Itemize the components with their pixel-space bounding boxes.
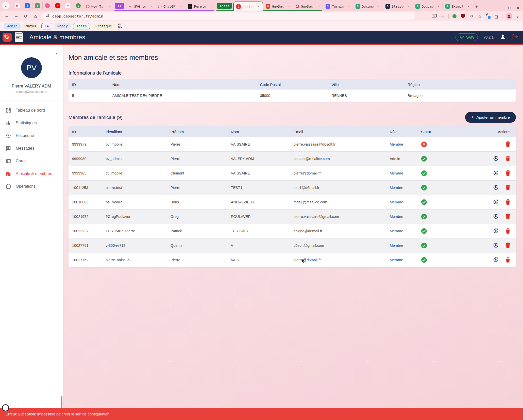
reset-password-icon[interactable] xyxy=(493,184,499,191)
tab-perplexity[interactable]: ✳ Perple ✕ xyxy=(185,2,215,11)
delete-icon[interactable] xyxy=(505,228,510,234)
pinned-tab-youtube[interactable]: ▶ xyxy=(53,2,63,9)
reload-icon[interactable]: ⟳ xyxy=(23,14,29,19)
delete-icon[interactable] xyxy=(505,257,510,263)
tab-terminal-docs[interactable]: S Termin ✕ xyxy=(323,2,353,11)
status-badge xyxy=(417,214,476,220)
home-icon[interactable]: ⌂ xyxy=(32,14,39,19)
tab-close-icon[interactable]: ✕ xyxy=(257,5,261,9)
ext-green-icon[interactable] xyxy=(452,14,457,19)
tab-close-icon[interactable]: ✕ xyxy=(209,4,213,8)
tab-svg[interactable]: ✳ SVG to ✕ xyxy=(125,2,155,11)
reset-password-icon[interactable] xyxy=(493,155,499,162)
tab-close-icon[interactable]: ✕ xyxy=(317,4,321,8)
row-actions xyxy=(476,184,516,191)
tab-close-icon[interactable]: ✕ xyxy=(287,4,291,8)
sidebar-item-messages[interactable]: Messages xyxy=(0,142,63,155)
forward-icon[interactable]: → xyxy=(13,14,19,19)
tab-group-label-ia[interactable]: IA xyxy=(115,3,124,9)
pinned-tab-map[interactable]: ◈ xyxy=(63,2,73,9)
sidebar-item-tableau-de-bord[interactable]: Tableau de bord xyxy=(0,104,63,117)
delete-icon[interactable] xyxy=(505,214,510,220)
tab-close-icon[interactable]: ✕ xyxy=(407,4,411,8)
tab-docs-2[interactable]: S Docume ✕ xyxy=(413,2,443,11)
bookmark-ia[interactable]: IA xyxy=(41,23,52,29)
back-icon[interactable]: ← xyxy=(4,14,10,19)
error-toast: Erreur: Exception: Impossible de créer l… xyxy=(0,408,523,420)
add-member-button[interactable]: + Ajouter un membre xyxy=(465,112,516,123)
sidebar-item-carte[interactable]: Carte xyxy=(0,155,63,167)
close-button[interactable]: ✕ xyxy=(517,6,519,10)
sidebar-item-statistiques[interactable]: Statistiques xyxy=(0,117,63,129)
tab-geosector-3[interactable]: GeoSec ✕ xyxy=(293,2,323,11)
sidebar-item-amicale-membres[interactable]: Amicale & membres xyxy=(0,167,63,180)
geosector-logo: G xyxy=(3,33,12,42)
delete-icon[interactable] xyxy=(505,141,510,148)
sidebar-item-historique[interactable]: Historique xyxy=(0,129,63,142)
tab-close-icon[interactable]: ✕ xyxy=(179,4,183,8)
tab-new[interactable]: New Ta ✕ xyxy=(83,2,113,11)
install-app-icon[interactable] xyxy=(432,14,437,19)
tab-close-icon[interactable]: ✕ xyxy=(149,4,153,8)
pinned-tab-notes[interactable]: ◉ xyxy=(32,2,43,9)
minimize-button[interactable]: — xyxy=(500,6,502,10)
status-active-icon xyxy=(421,199,427,205)
tab-close-icon[interactable]: ✕ xyxy=(437,4,441,8)
ext-recycle-icon[interactable]: ⟲ xyxy=(469,14,474,19)
new-tab-button[interactable]: + xyxy=(475,4,478,9)
delete-icon[interactable] xyxy=(505,242,510,249)
delete-icon[interactable] xyxy=(505,156,510,162)
reset-password-icon[interactable] xyxy=(493,199,499,206)
user-icon[interactable] xyxy=(500,34,506,41)
sidebar-collapse-icon[interactable]: ‹ xyxy=(56,51,57,56)
sidebar-item-operations[interactable]: Opérations xyxy=(0,180,63,193)
url-bar[interactable]: dapp.geosector.fr/admin xyxy=(42,12,415,20)
row-actions xyxy=(476,170,516,177)
browser-menu-icon[interactable]: ⋮ xyxy=(516,14,519,19)
bookmark-pratique[interactable]: Pratique xyxy=(92,23,115,29)
tab-close-icon[interactable]: ✕ xyxy=(377,4,381,8)
plus-icon: + xyxy=(471,115,474,120)
bookmark-money[interactable]: Money xyxy=(55,23,71,29)
tab-docs-1[interactable]: S Docume ✕ xyxy=(353,2,383,11)
pinned-tab-messenger[interactable]: 1 xyxy=(73,2,83,9)
tab-geosector-2[interactable]: G GeoSec ✕ xyxy=(263,2,293,11)
reset-password-icon[interactable] xyxy=(493,242,499,249)
help-bubble-icon[interactable] xyxy=(2,404,9,411)
pinned-tab-calendar[interactable]: 1 xyxy=(22,2,32,9)
bookmark-matos[interactable]: Matos xyxy=(23,23,39,29)
site-settings-icon[interactable] xyxy=(46,14,50,19)
tab-close-icon[interactable]: ✕ xyxy=(347,4,351,8)
sidebar-scrollbar[interactable] xyxy=(61,396,62,408)
delete-icon[interactable] xyxy=(505,170,510,177)
tab-group-label-tests[interactable]: Tests xyxy=(217,3,232,9)
tab-chatgpt[interactable]: ChatGP ✕ xyxy=(155,2,185,11)
delete-icon[interactable] xyxy=(505,185,510,191)
tab-exemple[interactable]: S Exempl ✕ xyxy=(443,2,473,11)
bookmarks-bar: Admin Matos IA Money Tests Pratique xyxy=(0,21,523,31)
bookmark-star-icon[interactable]: ☆ xyxy=(440,14,445,19)
delete-icon[interactable] xyxy=(505,199,510,205)
apps-grid-icon[interactable] xyxy=(118,24,122,29)
member-row: 10016609 pa_mobile Boris ANDREZIEUX mda1… xyxy=(69,195,516,209)
ext-shield-icon[interactable] xyxy=(460,14,465,19)
reset-password-icon[interactable] xyxy=(493,257,499,264)
tab-stripe[interactable]: S Stripe ✕ xyxy=(383,2,413,11)
reset-password-icon[interactable] xyxy=(493,213,499,220)
logout-icon[interactable] xyxy=(512,34,518,41)
bookmark-admin[interactable]: Admin xyxy=(4,23,21,29)
pinned-tab-design[interactable] xyxy=(43,2,53,9)
maximize-button[interactable]: □ xyxy=(508,6,510,10)
tab-search-chevron-icon[interactable]: ⌄ xyxy=(2,2,10,9)
profile-avatar[interactable] xyxy=(506,13,512,20)
reset-password-icon[interactable] xyxy=(493,170,499,177)
ext-dropper-icon[interactable] xyxy=(485,14,491,19)
tab-close-icon[interactable]: ✕ xyxy=(467,4,471,8)
extensions-icon[interactable] xyxy=(494,14,499,19)
ext-home-icon[interactable]: ⌂1 xyxy=(477,14,482,19)
tab-close-icon[interactable]: ✕ xyxy=(107,4,111,8)
pinned-tab-gmail[interactable]: M xyxy=(12,2,22,9)
tab-geosector-active[interactable]: G GeoSec ✕ xyxy=(233,2,263,11)
bookmark-tests[interactable]: Tests xyxy=(73,23,90,29)
reset-password-icon[interactable] xyxy=(493,228,499,235)
